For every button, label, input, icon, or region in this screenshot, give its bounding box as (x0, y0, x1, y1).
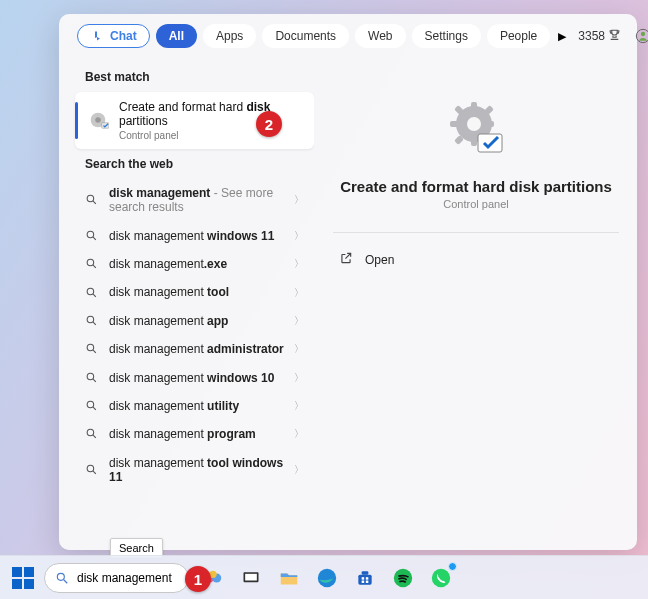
svg-rect-45 (362, 571, 369, 574)
svg-line-18 (93, 379, 96, 382)
bing-chat-icon (90, 28, 106, 44)
web-result-label: disk management windows 11 (109, 229, 284, 243)
svg-rect-46 (362, 577, 365, 580)
open-action[interactable]: Open (333, 247, 619, 272)
chevron-right-icon: 〉 (294, 371, 304, 385)
svg-rect-26 (471, 102, 477, 110)
chevron-right-icon: 〉 (294, 257, 304, 271)
tab-documents[interactable]: Documents (262, 24, 349, 48)
open-label: Open (365, 253, 394, 267)
taskbar-edge-icon[interactable] (313, 564, 341, 592)
chevron-right-icon: 〉 (294, 229, 304, 243)
search-icon (85, 463, 99, 477)
search-icon (85, 193, 99, 207)
svg-line-8 (93, 237, 96, 240)
trophy-icon (608, 28, 621, 44)
taskbar (0, 555, 648, 599)
web-result[interactable]: disk management administrator〉 (75, 335, 314, 363)
chevron-right-icon: 〉 (294, 342, 304, 356)
web-result-label: disk management tool (109, 285, 284, 299)
web-result[interactable]: disk management windows 10〉 (75, 364, 314, 392)
taskbar-search[interactable] (44, 563, 189, 593)
search-web-heading: Search the web (85, 157, 304, 171)
tab-people[interactable]: People (487, 24, 550, 48)
svg-point-5 (87, 195, 94, 202)
taskbar-spotify-icon[interactable] (389, 564, 417, 592)
preview-pane: Create and format hard disk partitions C… (314, 56, 637, 550)
search-icon (85, 257, 99, 271)
tab-chat[interactable]: Chat (77, 24, 150, 48)
chevron-right-icon: 〉 (294, 463, 304, 477)
svg-point-36 (57, 573, 64, 580)
search-icon (85, 229, 99, 243)
web-result-label: disk management administrator (109, 342, 284, 356)
svg-line-24 (93, 471, 96, 474)
svg-rect-42 (245, 573, 257, 580)
tab-settings[interactable]: Settings (412, 24, 481, 48)
web-result[interactable]: disk management program〉 (75, 420, 314, 448)
web-result[interactable]: disk management app〉 (75, 307, 314, 335)
web-result-label: disk management tool windows 11 (109, 456, 284, 485)
web-result-label: disk management windows 10 (109, 371, 284, 385)
tab-web[interactable]: Web (355, 24, 405, 48)
search-icon (85, 399, 99, 413)
preview-title: Create and format hard disk partitions (340, 178, 612, 195)
svg-line-20 (93, 407, 96, 410)
svg-line-22 (93, 436, 96, 439)
svg-rect-49 (366, 580, 369, 583)
svg-point-7 (87, 231, 94, 238)
svg-rect-47 (366, 577, 369, 580)
web-result[interactable]: disk management utility〉 (75, 392, 314, 420)
web-result-label: disk management utility (109, 399, 284, 413)
preview-gear-icon (444, 96, 508, 160)
search-icon (85, 342, 99, 356)
annotation-1: 1 (185, 566, 211, 592)
svg-point-23 (87, 465, 94, 472)
account-icon[interactable] (635, 28, 648, 44)
svg-point-21 (87, 430, 94, 437)
tab-overflow-play-icon[interactable]: ▶ (558, 28, 566, 44)
svg-line-37 (64, 579, 68, 583)
svg-point-1 (641, 32, 645, 36)
chevron-right-icon: 〉 (294, 399, 304, 413)
web-result[interactable]: disk management tool〉 (75, 278, 314, 306)
preview-subtitle: Control panel (443, 198, 508, 210)
svg-line-12 (93, 294, 96, 297)
open-external-icon (339, 251, 353, 268)
chevron-right-icon: 〉 (294, 193, 304, 207)
taskbar-task-view-icon[interactable] (237, 564, 265, 592)
tab-apps[interactable]: Apps (203, 24, 256, 48)
svg-line-10 (93, 265, 96, 268)
svg-line-14 (93, 322, 96, 325)
control-panel-gear-icon (87, 108, 109, 132)
web-result-label: disk management app (109, 314, 284, 328)
web-result-label: disk management program (109, 427, 284, 441)
svg-point-9 (87, 259, 94, 266)
svg-rect-48 (362, 580, 365, 583)
web-results-list: disk management - See more search result… (75, 179, 314, 492)
web-result[interactable]: disk management.exe〉 (75, 250, 314, 278)
search-icon (55, 571, 69, 585)
taskbar-explorer-icon[interactable] (275, 564, 303, 592)
web-result[interactable]: disk management tool windows 11〉 (75, 449, 314, 492)
svg-point-17 (87, 373, 94, 380)
web-result[interactable]: disk management windows 11〉 (75, 222, 314, 250)
taskbar-whatsapp-icon[interactable] (427, 564, 455, 592)
web-result[interactable]: disk management - See more search result… (75, 179, 314, 222)
search-panel: Chat All Apps Documents Web Settings Peo… (59, 14, 637, 550)
annotation-2: 2 (256, 111, 282, 137)
search-icon (85, 286, 99, 300)
taskbar-store-icon[interactable] (351, 564, 379, 592)
search-icon (85, 314, 99, 328)
rewards-score[interactable]: 3358 (578, 28, 621, 44)
svg-line-16 (93, 350, 96, 353)
start-button[interactable] (12, 567, 34, 589)
search-input[interactable] (77, 571, 178, 585)
tab-all[interactable]: All (156, 24, 197, 48)
web-result-label: disk management - See more search result… (109, 186, 284, 215)
svg-point-51 (432, 568, 450, 586)
chevron-right-icon: 〉 (294, 427, 304, 441)
tab-bar: Chat All Apps Documents Web Settings Peo… (59, 14, 637, 56)
search-icon (85, 371, 99, 385)
svg-rect-29 (486, 121, 494, 127)
